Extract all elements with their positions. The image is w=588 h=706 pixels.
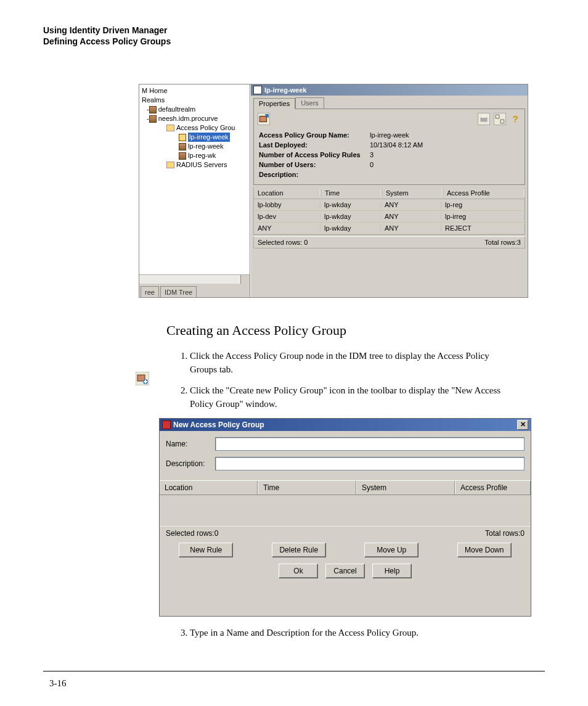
toolbar-create-icon[interactable] [258,113,270,125]
dialog-status: Selected rows:0 Total rows:0 [160,526,531,543]
description-input[interactable] [215,457,525,470]
new-rule-button[interactable]: New Rule [179,543,233,557]
tree-realm-item[interactable]: - defaultrealm [142,105,247,114]
col-location[interactable]: Location [160,481,258,495]
move-down-button[interactable]: Move Down [457,543,512,557]
screenshot-idm-properties: M Home Realms - defaultrealm - neesh.idm… [139,84,528,298]
prop-value-name: lp-irreg-week [370,131,409,139]
step-1: Click the Access Policy Group node in th… [190,350,514,377]
svg-rect-0 [259,117,266,122]
realm-icon [149,115,157,123]
step-3: Type in a Name and Description for the A… [190,626,514,640]
dialog-status-selected: Selected rows:0 [166,529,218,538]
col-location[interactable]: Location [254,189,321,197]
folder-icon [166,162,174,168]
footer-divider [43,671,545,671]
col-profile[interactable]: Access Profile [455,481,531,495]
create-policy-group-icon [136,372,149,385]
status-total: Total rows:3 [484,239,521,246]
col-system[interactable]: System [356,481,455,495]
dialog-title-icon [162,421,171,429]
table-row[interactable]: lp-lobby lp-wkday ANY lp-reg [254,199,525,211]
cancel-button[interactable]: Cancel [325,564,365,578]
dialog-status-total: Total rows:0 [485,529,525,538]
col-time[interactable]: Time [258,481,356,495]
table-row[interactable]: lp-dev lp-wkday ANY lp-irreg [254,211,525,223]
move-up-button[interactable]: Move Up [364,543,419,557]
status-selected: Selected rows: 0 [258,239,308,246]
group-icon [179,134,186,141]
tree-group-item[interactable]: lp-irreg-week [142,133,247,142]
close-icon[interactable]: ✕ [517,420,528,430]
folder-icon [166,125,174,131]
status-bar: Selected rows: 0 Total rows:3 [253,236,525,248]
group-icon [179,152,186,160]
tree-root[interactable]: M Home [142,86,247,96]
tree-apg-folder[interactable]: Access Policy Grou [142,123,247,133]
dialog-table-body [160,495,531,526]
panel-titlebar: lp-irreg-week [251,84,528,96]
tab-properties[interactable]: Properties [253,98,295,109]
dialog-titlebar: New Access Policy Group ✕ [160,419,531,431]
svg-rect-3 [496,115,499,119]
col-system[interactable]: System [382,189,443,197]
prop-label-users: Number of Users: [259,161,370,168]
realm-icon [149,106,157,113]
tree-tab[interactable]: ree [141,286,159,297]
prop-value-users: 0 [370,161,374,168]
rules-table: Location Time System Access Profile lp-l… [253,187,525,235]
col-time[interactable]: Time [321,189,382,197]
tree-pane: M Home Realms - defaultrealm - neesh.idm… [139,84,250,297]
name-input[interactable] [215,437,525,451]
svg-rect-2 [482,115,486,118]
prop-value-deployed: 10/13/04 8:12 AM [370,141,423,149]
svg-rect-1 [480,118,487,122]
label-name: Name: [166,440,215,448]
tree-radius-folder[interactable]: RADIUS Servers [142,160,247,170]
col-profile[interactable]: Access Profile [443,189,525,197]
tree-group-item[interactable]: lp-reg-week [142,142,247,151]
group-icon [179,143,186,150]
tree-tab[interactable]: IDM Tree [160,286,197,297]
dialog-table-header: Location Time System Access Profile [160,480,531,495]
header-line1: Using Identity Driven Manager [43,25,545,36]
tree-realms[interactable]: Realms [142,96,247,105]
prop-label-name: Access Policy Group Name: [259,131,370,139]
screenshot-new-apg-dialog: New Access Policy Group ✕ Name: Descript… [159,418,531,617]
page-number: 3-16 [49,678,67,689]
table-row[interactable]: ANY lp-wkday ANY REJECT [254,223,525,234]
prop-label-rules: Number of Access Policy Rules [259,151,370,158]
expand-icon[interactable] [494,113,506,125]
tab-users[interactable]: Users [295,97,324,109]
svg-rect-4 [500,120,504,124]
tree-scrollbar[interactable] [139,274,250,284]
section-subtitle: Creating an Access Policy Group [166,322,545,339]
panel-title-icon [253,86,262,94]
delete-rule-button[interactable]: Delete Rule [272,543,326,557]
tree-realm-item[interactable]: - neesh.idm.procurve [142,114,247,123]
ok-button[interactable]: Ok [279,564,318,578]
prop-value-rules: 3 [370,151,374,158]
print-icon[interactable] [478,113,490,125]
header-line2: Defining Access Policy Groups [43,36,545,47]
page-header: Using Identity Driven Manager Defining A… [43,25,545,47]
help-icon[interactable]: ? [510,113,521,125]
step-2: Click the "Create new Policy Group" icon… [190,384,514,411]
help-button[interactable]: Help [372,564,412,578]
tree-group-item[interactable]: lp-reg-wk [142,151,247,160]
prop-label-deployed: Last Deployed: [259,141,370,149]
prop-label-desc: Description: [259,171,370,178]
label-description: Description: [166,459,215,468]
